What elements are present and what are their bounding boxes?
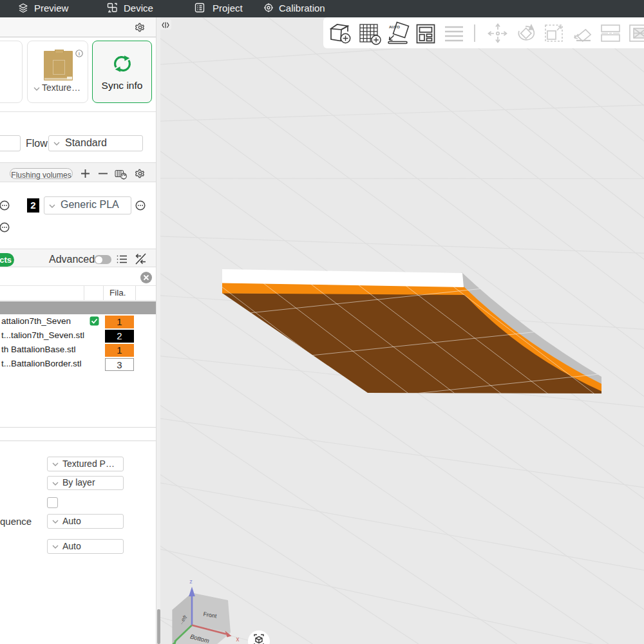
svg-text:AUTO: AUTO bbox=[389, 25, 400, 29]
svg-text:i: i bbox=[79, 51, 80, 57]
svg-text:z: z bbox=[189, 578, 193, 585]
svg-text:x: x bbox=[236, 636, 240, 643]
